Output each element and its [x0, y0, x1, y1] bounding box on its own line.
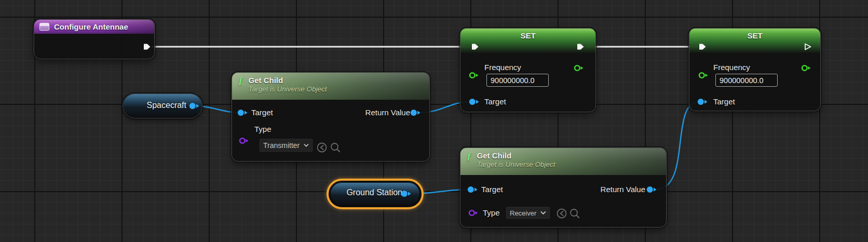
return-value-output-pin[interactable] [410, 109, 421, 116]
frequency-output-pin[interactable] [574, 64, 585, 72]
node-configure-antennae[interactable]: Configure Antennae [34, 20, 154, 59]
node-get-child-receiver[interactable]: ƒ Get Child Target is Universe Object Ta… [460, 148, 666, 227]
target-label: Target [713, 97, 735, 106]
node-spacecraft-variable[interactable]: Spacecraft [123, 94, 202, 118]
type-label: Type [483, 208, 500, 217]
search-icon[interactable] [330, 142, 341, 153]
enum-input-pin[interactable] [239, 137, 250, 144]
chevron-down-icon [304, 143, 309, 147]
reset-to-default-icon[interactable] [556, 208, 567, 219]
function-node-header: ƒ Get Child Target is Universe Object [460, 148, 666, 175]
target-label: Target [481, 185, 503, 194]
node-title: SET [747, 31, 762, 40]
target-input-pin[interactable] [697, 98, 708, 105]
node-title: Get Child [477, 151, 555, 160]
node-ground-station-variable[interactable]: Ground Station [330, 182, 420, 206]
function-icon: ƒ [238, 76, 243, 86]
target-input-pin[interactable] [467, 186, 478, 193]
target-input-pin[interactable] [237, 109, 248, 116]
object-output-pin[interactable] [189, 102, 200, 110]
target-input-pin[interactable] [469, 98, 480, 105]
blueprint-canvas[interactable]: Configure Antennae Spacecraft ƒ Get Chil… [0, 0, 868, 242]
return-value-output-pin[interactable] [646, 186, 657, 193]
set-node-header: SET [460, 29, 595, 53]
type-dropdown[interactable]: Transmitter [259, 138, 314, 153]
type-dropdown-value: Receiver [510, 209, 536, 217]
node-title: Get Child [249, 76, 327, 85]
type-dropdown[interactable]: Receiver [505, 206, 551, 220]
target-label: Target [484, 97, 506, 106]
node-ground-station-selection-outline[interactable]: Ground Station [327, 179, 424, 209]
exec-output-pin[interactable] [576, 42, 585, 51]
node-set-frequency-1[interactable]: SET Frequency Target [460, 29, 595, 112]
node-get-child-transmitter[interactable]: ƒ Get Child Target is Universe Object Ta… [232, 73, 429, 161]
variable-label: Ground Station [346, 188, 402, 197]
node-title: Configure Antennae [54, 22, 128, 31]
node-subtitle: Target is Universe Object [477, 160, 555, 168]
reset-to-default-icon[interactable] [316, 142, 328, 153]
exec-input-pin[interactable] [698, 42, 707, 51]
object-output-pin[interactable] [401, 190, 412, 197]
type-dropdown-value: Transmitter [263, 141, 300, 150]
frequency-value-field[interactable] [715, 74, 778, 87]
node-subtitle: Target is Universe Object [249, 85, 327, 93]
event-node-header: Configure Antennae [34, 20, 154, 34]
frequency-input-pin[interactable] [469, 72, 480, 79]
type-label: Type [254, 125, 272, 133]
frequency-value-field[interactable] [486, 74, 549, 87]
frequency-label: Frequency [713, 63, 750, 72]
search-icon[interactable] [569, 208, 580, 219]
function-node-header: ƒ Get Child Target is Universe Object [232, 73, 429, 100]
variable-label: Spacecraft [147, 101, 186, 110]
frequency-label: Frequency [484, 63, 521, 72]
target-label: Target [251, 108, 273, 117]
chevron-down-icon [540, 211, 546, 215]
function-icon: ƒ [467, 151, 472, 162]
return-value-label: Return Value [601, 185, 645, 194]
frequency-output-pin[interactable] [801, 64, 812, 72]
enum-input-pin[interactable] [468, 209, 479, 217]
set-node-header: SET [689, 29, 820, 53]
node-title: SET [520, 31, 535, 40]
return-value-label: Return Value [365, 108, 410, 117]
frequency-input-pin[interactable] [698, 72, 709, 79]
exec-input-pin[interactable] [470, 42, 480, 51]
exec-output-pin[interactable] [142, 42, 152, 51]
exec-output-pin[interactable] [803, 42, 812, 51]
custom-event-icon [39, 23, 49, 31]
node-set-frequency-2[interactable]: SET Frequency Target [689, 29, 820, 111]
